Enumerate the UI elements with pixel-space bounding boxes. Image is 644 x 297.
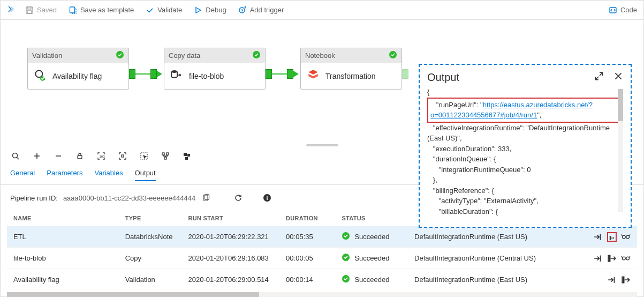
run-id-label: Pipeline run ID: — [10, 194, 58, 202]
cell-runtime: DefaultIntegrationRuntime (Central US) — [408, 248, 575, 269]
close-icon[interactable] — [613, 71, 623, 84]
activity-type-label: Notebook — [305, 51, 335, 60]
copy-icon[interactable] — [201, 192, 211, 203]
svg-point-11 — [171, 70, 177, 73]
svg-point-8 — [35, 70, 42, 77]
cell-runtime: DefaultIntegrationRuntime (East US) — [408, 226, 575, 248]
col-name[interactable]: NAME — [7, 211, 119, 226]
select-icon[interactable] — [139, 151, 149, 161]
svg-point-31 — [623, 235, 626, 239]
svg-point-35 — [623, 257, 626, 260]
svg-point-32 — [626, 235, 630, 239]
save-icon — [25, 6, 34, 14]
input-action-icon[interactable] — [593, 254, 603, 263]
connector-out — [402, 69, 408, 79]
cell-runstart: 2020-01-20T06:29:16.083 — [181, 248, 279, 269]
svg-rect-18 — [162, 153, 164, 155]
activity-notebook[interactable]: Notebook Transformation — [300, 48, 402, 90]
cell-duration: 00:00:05 — [279, 248, 335, 269]
refresh-icon[interactable] — [233, 192, 244, 203]
input-action-icon[interactable] — [607, 275, 617, 285]
activity-name: file-to-blob — [189, 72, 224, 80]
cell-status: Succeeded — [354, 254, 389, 262]
validate-label: Validate — [157, 6, 182, 14]
expand-icon[interactable] — [594, 71, 604, 84]
remove-icon[interactable] — [53, 151, 64, 161]
align-icon[interactable] — [181, 151, 192, 161]
info-icon[interactable] — [262, 192, 272, 203]
magnifier-check-icon — [33, 68, 47, 84]
output-action-icon[interactable] — [621, 275, 631, 285]
table-row[interactable]: Availability flagValidation2020-01-20T06… — [7, 269, 637, 291]
tab-variables[interactable]: Variables — [94, 169, 123, 181]
col-duration[interactable]: DURATION — [279, 211, 335, 226]
svg-rect-1 — [28, 7, 31, 9]
svg-rect-19 — [166, 153, 169, 155]
activity-name: Availability flag — [52, 72, 102, 80]
output-action-icon[interactable] — [607, 254, 617, 263]
output-action-icon[interactable] — [607, 232, 617, 242]
cell-type: DatabricksNote — [119, 226, 182, 248]
svg-point-36 — [626, 257, 630, 260]
col-type[interactable]: TYPE — [119, 211, 182, 226]
save-as-template-label: Save as template — [80, 6, 134, 14]
activity-validation[interactable]: Validation Availability flag — [27, 48, 129, 90]
svg-point-13 — [13, 153, 18, 158]
cell-name: Availability flag — [7, 269, 119, 291]
activity-copy[interactable]: Copy data file-to-blob — [164, 48, 266, 90]
play-icon — [194, 6, 202, 14]
check-icon — [146, 6, 154, 14]
add-trigger-button[interactable]: + Add trigger — [236, 5, 286, 16]
horizontal-scrollbar[interactable] — [7, 292, 637, 297]
validate-button[interactable]: Validate — [143, 5, 184, 16]
cell-runstart: 2020-01-20T06:29:22.321 — [181, 226, 279, 248]
activity-name: Transformation — [325, 72, 376, 80]
svg-rect-2 — [27, 11, 32, 13]
table-row[interactable]: file-to-blobCopy2020-01-20T06:29:16.0830… — [7, 248, 637, 269]
zoom-fit-icon[interactable]: 100 — [96, 151, 107, 161]
databricks-icon — [306, 68, 320, 84]
svg-rect-14 — [78, 155, 82, 159]
expand-panel-icon[interactable] — [5, 4, 16, 16]
tab-general[interactable]: General — [10, 169, 35, 181]
cell-type: Validation — [119, 269, 182, 291]
output-json-panel: Output { "runPageUrl": "https://eastus.a… — [419, 64, 632, 228]
tab-output[interactable]: Output — [135, 169, 156, 181]
svg-rect-20 — [164, 157, 166, 159]
col-status[interactable]: STATUS — [335, 211, 408, 226]
table-row[interactable]: ETLDatabricksNote2020-01-20T06:29:22.321… — [7, 226, 637, 248]
search-icon[interactable] — [10, 151, 21, 161]
tab-parameters[interactable]: Parameters — [47, 169, 82, 181]
add-icon[interactable] — [32, 151, 42, 161]
add-trigger-label: Add trigger — [250, 6, 284, 14]
success-icon — [342, 232, 350, 242]
code-button[interactable]: Code — [607, 5, 639, 16]
saved-label: Saved — [37, 6, 57, 14]
view-details-icon[interactable] — [621, 254, 631, 263]
cell-runstart: 2020-01-20T06:29:00.514 — [181, 269, 279, 291]
fullscreen-icon[interactable] — [117, 151, 128, 161]
col-runstart[interactable]: RUN START — [181, 211, 279, 226]
cell-duration: 00:00:14 — [279, 269, 335, 291]
activity-type-label: Copy data — [169, 51, 200, 60]
saved-button[interactable]: Saved — [23, 5, 59, 16]
cell-name: file-to-blob — [7, 248, 119, 269]
view-details-icon[interactable] — [621, 232, 631, 242]
svg-rect-21 — [184, 153, 187, 156]
run-id-value: aaaa0000-bb11-cc22-dd33-eeeeee444444 — [63, 194, 195, 202]
lock-icon[interactable] — [74, 151, 85, 161]
vertical-scrollbar[interactable] — [618, 89, 623, 212]
svg-rect-22 — [187, 154, 190, 157]
code-icon — [609, 6, 617, 14]
save-as-template-button[interactable]: Save as template — [66, 5, 136, 16]
input-action-icon[interactable] — [593, 232, 603, 242]
success-icon — [342, 253, 350, 263]
output-json-body[interactable]: { "runPageUrl": "https://eastus.azuredat… — [427, 87, 623, 216]
debug-label: Debug — [206, 6, 226, 14]
cell-duration: 00:05:35 — [279, 226, 335, 248]
layout-icon[interactable] — [160, 151, 171, 161]
svg-text:100: 100 — [100, 155, 105, 158]
debug-button[interactable]: Debug — [192, 5, 228, 16]
activity-type-label: Validation — [32, 51, 62, 60]
svg-rect-23 — [185, 157, 188, 160]
